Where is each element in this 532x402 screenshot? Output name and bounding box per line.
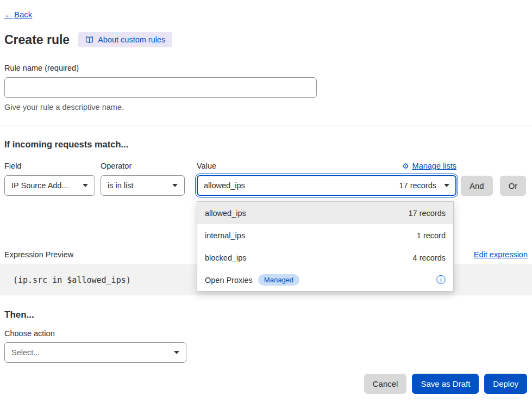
managed-badge: Managed [258,274,299,286]
value-select-value: allowed_ips [204,181,245,190]
manage-lists-link[interactable]: ⚙ Manage lists [402,162,456,170]
operator-label: Operator [101,162,185,170]
list-item-name: Open Proxies [205,276,253,285]
list-item-allowed-ips[interactable]: allowed_ips 17 records [197,202,453,224]
cancel-button[interactable]: Cancel [364,374,407,394]
and-or-buttons: And Or [461,176,526,196]
operator-column: Operator is in list [101,162,185,196]
list-item-meta: 17 records [408,209,446,218]
rule-name-helper: Give your rule a descriptive name. [4,103,528,112]
create-rule-page: ← Back Create rule About custom rules Ru… [0,0,532,402]
list-item-blocked-ips[interactable]: blocked_ips 4 records [197,246,453,269]
value-select-right: 17 records [399,181,449,190]
chevron-down-icon [444,184,449,187]
about-badge-label: About custom rules [98,35,165,44]
gear-icon: ⚙ [402,162,409,170]
field-column: Field IP Source Add... [4,162,95,196]
edit-expression-link[interactable]: Edit expression [474,250,528,259]
info-icon[interactable]: ⓘ [436,275,446,285]
expression-code: (ip.src in $allowed_ips) [13,275,131,285]
chevron-down-icon [83,184,88,187]
section-divider [0,126,532,126]
back-row: ← Back [0,0,532,19]
value-select-wrap: allowed_ips 17 records allowed_ips 17 re… [197,175,456,196]
book-icon [85,36,93,44]
choose-action-label: Choose action [4,329,528,338]
chevron-down-icon [174,351,179,354]
back-arrow-icon: ← [4,10,12,19]
list-item-name: internal_ips [205,231,245,240]
and-button[interactable]: And [461,176,493,196]
value-column: Value ⚙ Manage lists allowed_ips 17 reco… [197,162,456,196]
match-controls-row: Field IP Source Add... Operator is in li… [4,162,528,196]
page-title: Create rule [4,33,70,47]
value-label: Value [197,162,216,170]
match-heading: If incoming requests match... [4,139,528,150]
manage-lists-label: Manage lists [412,162,456,170]
expression-preview-label: Expression Preview [4,250,73,259]
list-item-left: Open Proxies Managed [205,274,299,286]
rule-name-input[interactable] [4,77,317,98]
operator-select-value: is in list [108,181,134,190]
field-label: Field [4,162,95,170]
list-item-meta: 1 record [417,231,446,240]
then-heading: Then... [4,310,528,320]
back-link[interactable]: ← Back [4,10,32,19]
about-custom-rules-link[interactable]: About custom rules [78,32,172,47]
action-select-placeholder: Select... [11,348,40,357]
list-item-meta: 4 records [413,253,446,262]
action-select[interactable]: Select... [4,342,186,363]
field-select[interactable]: IP Source Add... [4,175,95,196]
title-row: Create rule About custom rules [4,32,528,47]
deploy-button[interactable]: Deploy [484,374,527,394]
list-item-internal-ips[interactable]: internal_ips 1 record [197,224,453,246]
rule-name-label: Rule name (required) [4,64,528,72]
list-item-open-proxies[interactable]: Open Proxies Managed ⓘ [197,269,453,291]
value-label-row: Value ⚙ Manage lists [197,162,456,170]
operator-select[interactable]: is in list [101,175,185,196]
list-dropdown-panel: allowed_ips 17 records internal_ips 1 re… [197,201,454,292]
chevron-down-icon [172,184,178,187]
back-label: Back [14,10,32,19]
value-select[interactable]: allowed_ips 17 records [197,175,456,196]
list-item-name: blocked_ips [205,253,247,262]
list-item-name: allowed_ips [205,209,246,218]
footer-actions: Cancel Save as Draft Deploy [5,374,527,394]
value-select-meta: 17 records [399,181,436,190]
or-button[interactable]: Or [500,176,527,196]
save-as-draft-button[interactable]: Save as Draft [412,374,479,394]
field-select-value: IP Source Add... [11,181,68,190]
